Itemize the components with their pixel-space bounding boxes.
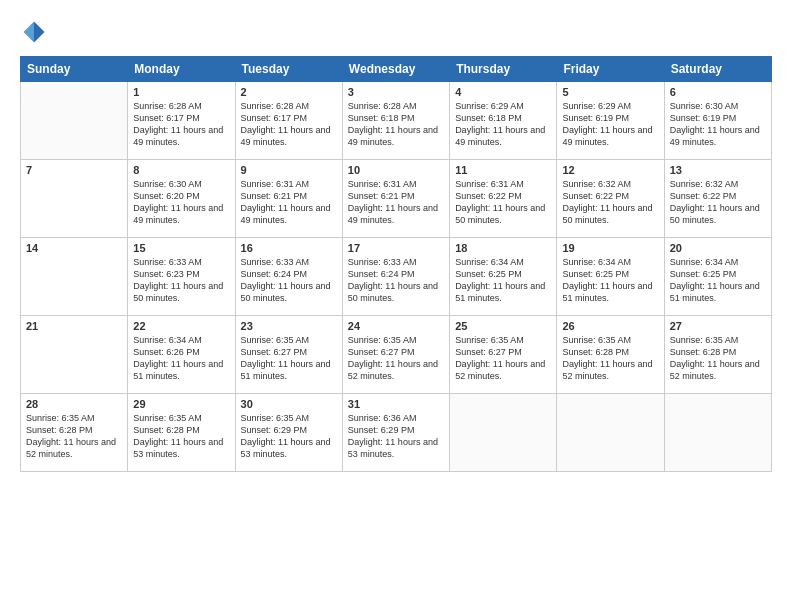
cell-content: Sunset: 6:23 PM [133,268,229,280]
cell-content: Sunrise: 6:33 AM [348,256,444,268]
calendar-cell: 20Sunrise: 6:34 AMSunset: 6:25 PMDayligh… [664,238,771,316]
cell-content: Sunrise: 6:34 AM [133,334,229,346]
cell-content: Daylight: 11 hours and 53 minutes. [133,436,229,460]
cell-content: Sunrise: 6:29 AM [455,100,551,112]
week-row-4: 28Sunrise: 6:35 AMSunset: 6:28 PMDayligh… [21,394,772,472]
calendar-cell: 2Sunrise: 6:28 AMSunset: 6:17 PMDaylight… [235,82,342,160]
calendar-cell: 31Sunrise: 6:36 AMSunset: 6:29 PMDayligh… [342,394,449,472]
calendar-cell: 6Sunrise: 6:30 AMSunset: 6:19 PMDaylight… [664,82,771,160]
cell-content: Sunrise: 6:28 AM [133,100,229,112]
day-number: 10 [348,164,444,176]
weekday-header-thursday: Thursday [450,57,557,82]
cell-content: Sunset: 6:27 PM [455,346,551,358]
cell-content: Sunset: 6:27 PM [241,346,337,358]
day-number: 5 [562,86,658,98]
day-number: 25 [455,320,551,332]
cell-content: Daylight: 11 hours and 49 minutes. [241,124,337,148]
cell-content: Sunrise: 6:30 AM [133,178,229,190]
calendar-cell: 22Sunrise: 6:34 AMSunset: 6:26 PMDayligh… [128,316,235,394]
day-number: 8 [133,164,229,176]
svg-marker-0 [34,22,45,43]
weekday-header-friday: Friday [557,57,664,82]
calendar-cell: 15Sunrise: 6:33 AMSunset: 6:23 PMDayligh… [128,238,235,316]
calendar-cell: 30Sunrise: 6:35 AMSunset: 6:29 PMDayligh… [235,394,342,472]
cell-content: Daylight: 11 hours and 50 minutes. [348,280,444,304]
weekday-header-sunday: Sunday [21,57,128,82]
cell-content: Sunrise: 6:31 AM [348,178,444,190]
calendar-cell: 14 [21,238,128,316]
cell-content: Sunset: 6:28 PM [26,424,122,436]
day-number: 18 [455,242,551,254]
day-number: 26 [562,320,658,332]
calendar-cell: 3Sunrise: 6:28 AMSunset: 6:18 PMDaylight… [342,82,449,160]
cell-content: Daylight: 11 hours and 51 minutes. [455,280,551,304]
weekday-header-tuesday: Tuesday [235,57,342,82]
calendar-cell: 29Sunrise: 6:35 AMSunset: 6:28 PMDayligh… [128,394,235,472]
day-number: 27 [670,320,766,332]
calendar-cell: 11Sunrise: 6:31 AMSunset: 6:22 PMDayligh… [450,160,557,238]
day-number: 29 [133,398,229,410]
cell-content: Sunset: 6:18 PM [348,112,444,124]
cell-content: Daylight: 11 hours and 49 minutes. [562,124,658,148]
cell-content: Sunrise: 6:29 AM [562,100,658,112]
cell-content: Sunset: 6:22 PM [562,190,658,202]
cell-content: Sunset: 6:19 PM [670,112,766,124]
calendar-cell [557,394,664,472]
cell-content: Sunset: 6:22 PM [670,190,766,202]
day-number: 15 [133,242,229,254]
day-number: 12 [562,164,658,176]
cell-content: Sunset: 6:26 PM [133,346,229,358]
cell-content: Sunrise: 6:35 AM [348,334,444,346]
cell-content: Daylight: 11 hours and 51 minutes. [241,358,337,382]
cell-content: Sunset: 6:17 PM [133,112,229,124]
cell-content: Sunrise: 6:31 AM [455,178,551,190]
calendar-cell: 19Sunrise: 6:34 AMSunset: 6:25 PMDayligh… [557,238,664,316]
calendar-cell: 26Sunrise: 6:35 AMSunset: 6:28 PMDayligh… [557,316,664,394]
calendar-cell: 12Sunrise: 6:32 AMSunset: 6:22 PMDayligh… [557,160,664,238]
cell-content: Sunset: 6:21 PM [348,190,444,202]
cell-content: Sunset: 6:22 PM [455,190,551,202]
calendar-cell: 24Sunrise: 6:35 AMSunset: 6:27 PMDayligh… [342,316,449,394]
day-number: 3 [348,86,444,98]
cell-content: Sunset: 6:17 PM [241,112,337,124]
day-number: 19 [562,242,658,254]
week-row-1: 78Sunrise: 6:30 AMSunset: 6:20 PMDayligh… [21,160,772,238]
cell-content: Sunrise: 6:35 AM [562,334,658,346]
cell-content: Sunset: 6:27 PM [348,346,444,358]
cell-content: Daylight: 11 hours and 50 minutes. [670,202,766,226]
calendar-cell: 27Sunrise: 6:35 AMSunset: 6:28 PMDayligh… [664,316,771,394]
calendar-cell: 8Sunrise: 6:30 AMSunset: 6:20 PMDaylight… [128,160,235,238]
calendar-cell [450,394,557,472]
cell-content: Sunrise: 6:33 AM [241,256,337,268]
cell-content: Sunrise: 6:35 AM [455,334,551,346]
cell-content: Sunset: 6:28 PM [133,424,229,436]
page: SundayMondayTuesdayWednesdayThursdayFrid… [0,0,792,612]
cell-content: Sunrise: 6:35 AM [670,334,766,346]
calendar-cell: 13Sunrise: 6:32 AMSunset: 6:22 PMDayligh… [664,160,771,238]
day-number: 23 [241,320,337,332]
day-number: 24 [348,320,444,332]
weekday-header-wednesday: Wednesday [342,57,449,82]
cell-content: Daylight: 11 hours and 49 minutes. [455,124,551,148]
cell-content: Sunset: 6:24 PM [241,268,337,280]
day-number: 2 [241,86,337,98]
calendar-table: SundayMondayTuesdayWednesdayThursdayFrid… [20,56,772,472]
day-number: 16 [241,242,337,254]
cell-content: Sunrise: 6:35 AM [241,334,337,346]
cell-content: Sunset: 6:21 PM [241,190,337,202]
cell-content: Sunset: 6:29 PM [348,424,444,436]
cell-content: Daylight: 11 hours and 51 minutes. [133,358,229,382]
calendar-cell: 25Sunrise: 6:35 AMSunset: 6:27 PMDayligh… [450,316,557,394]
cell-content: Sunrise: 6:28 AM [348,100,444,112]
cell-content: Sunset: 6:29 PM [241,424,337,436]
cell-content: Daylight: 11 hours and 51 minutes. [670,280,766,304]
cell-content: Sunrise: 6:34 AM [562,256,658,268]
cell-content: Sunrise: 6:33 AM [133,256,229,268]
cell-content: Sunrise: 6:35 AM [26,412,122,424]
calendar-cell: 16Sunrise: 6:33 AMSunset: 6:24 PMDayligh… [235,238,342,316]
weekday-header-monday: Monday [128,57,235,82]
day-number: 6 [670,86,766,98]
logo [20,18,52,46]
calendar-cell: 1Sunrise: 6:28 AMSunset: 6:17 PMDaylight… [128,82,235,160]
cell-content: Sunrise: 6:35 AM [241,412,337,424]
